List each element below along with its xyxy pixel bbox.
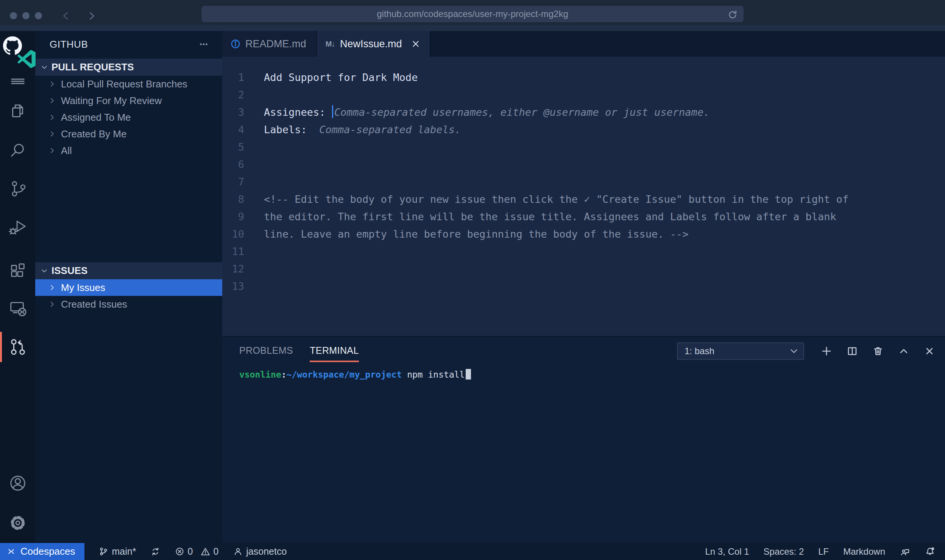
pull-request-icon (8, 338, 27, 356)
editor-line-1[interactable]: 1Add Support for Dark Mode (222, 69, 945, 86)
activity-settings[interactable] (0, 506, 35, 540)
activity-remote-explorer[interactable] (0, 291, 35, 325)
sidebar-item-created-by-me[interactable]: Created By Me (35, 126, 222, 142)
browser-titlebar: github.com/codespaces/user-my-project-mg… (0, 0, 945, 25)
notifications-bell-icon[interactable] (925, 546, 935, 557)
editor-line-9[interactable]: 9the editor. The first line will be the … (222, 208, 945, 226)
reload-icon[interactable] (727, 9, 738, 20)
cursor-position[interactable]: Ln 3, Col 1 (705, 546, 749, 557)
sync-status[interactable] (150, 547, 160, 557)
sidebar-item-label: Created By Me (61, 128, 126, 140)
sidebar-item-local-pull-request-branches[interactable]: Local Pull Request Branches (35, 76, 222, 92)
codespaces-remote-button[interactable]: Codespaces (0, 543, 84, 560)
signed-in-user[interactable]: jasonetco (233, 546, 287, 557)
account-icon (8, 474, 27, 493)
terminal-shell-select[interactable]: 1: bash (677, 342, 804, 360)
activity-github-pull-requests[interactable] (0, 330, 35, 364)
line-number: 13 (222, 278, 244, 295)
markdown-icon: M↓ (325, 39, 335, 49)
close-panel-button[interactable] (924, 345, 935, 357)
section-label: ISSUES (51, 265, 87, 277)
line-number: 2 (222, 86, 244, 104)
search-icon (8, 141, 27, 160)
sidebar-item-assigned-to-me[interactable]: Assigned To Me (35, 109, 222, 126)
panel-tab-terminal[interactable]: TERMINAL (310, 345, 359, 362)
line-number: 1 (222, 69, 244, 86)
tab-newissue-md[interactable]: M↓NewIssue.md (317, 31, 430, 57)
remote-window-icon (8, 299, 27, 318)
editor-line-13[interactable]: 13 (222, 278, 945, 295)
split-terminal-button[interactable] (847, 345, 858, 357)
text-span-plain: Add Support for Dark Mode (264, 72, 418, 83)
bottom-panel: PROBLEMSTERMINAL 1: bash vsonline:~/work… (222, 336, 945, 543)
section-header-issues[interactable]: ISSUES (35, 262, 222, 279)
activity-extensions[interactable] (0, 254, 35, 288)
editor-line-10[interactable]: 10line. Leave an empty line before begin… (222, 226, 945, 243)
address-bar[interactable]: github.com/codespaces/user-my-project-mg… (201, 5, 744, 23)
new-terminal-button[interactable] (821, 345, 832, 357)
activity-explorer[interactable] (0, 94, 35, 128)
tab-close-icon[interactable] (411, 39, 421, 49)
activity-run-debug[interactable] (0, 210, 35, 244)
editor-line-11[interactable]: 11 (222, 243, 945, 260)
sidebar-item-all[interactable]: All (35, 142, 222, 159)
window-close-button[interactable] (10, 12, 17, 19)
sidebar-item-label: Local Pull Request Branches (61, 78, 187, 90)
editor-line-6[interactable]: 6 (222, 156, 945, 173)
editor-line-2[interactable]: 2 (222, 86, 945, 104)
url-text: github.com/codespaces/user-my-project-mg… (377, 9, 568, 19)
text-span-plain: Assignees: (264, 106, 332, 118)
branch-status[interactable]: main* (99, 546, 136, 557)
codespaces-label: Codespaces (20, 546, 75, 557)
activity-menu[interactable] (0, 64, 35, 98)
text-span-comment: line. Leave an empty line before beginni… (264, 228, 689, 240)
sidebar-item-created-issues[interactable]: Created Issues (35, 296, 222, 313)
window-minimize-button[interactable] (22, 12, 30, 19)
sync-icon (150, 547, 160, 557)
sidebar-item-waiting-for-my-review[interactable]: Waiting For My Review (35, 92, 222, 109)
sidebar-sections: PULL REQUESTSLocal Pull Request Branches… (35, 59, 222, 313)
activity-accounts[interactable] (0, 466, 35, 500)
line-number: 6 (222, 156, 244, 173)
window-zoom-button[interactable] (35, 12, 42, 19)
line-content: Labels: Comma-separated labels. (264, 121, 461, 138)
gear-icon (8, 513, 27, 532)
sidebar-item-my-issues[interactable]: My Issues (35, 279, 222, 296)
browser-back-button[interactable] (60, 9, 73, 22)
activity-source-control[interactable] (0, 171, 35, 205)
editor-line-8[interactable]: 8<!-- Edit the body of your new issue th… (222, 191, 945, 208)
editor-line-5[interactable]: 5 (222, 138, 945, 156)
chevron-down-icon (40, 63, 48, 72)
files-icon (8, 101, 27, 120)
tab-readme-md[interactable]: README.md (222, 31, 317, 57)
more-actions-icon[interactable] (198, 39, 209, 50)
editor-line-4[interactable]: 4Labels: Comma-separated labels. (222, 121, 945, 138)
terminal-output[interactable]: vsonline:~/workspace/my_project npm inst… (239, 369, 945, 380)
maximize-panel-button[interactable] (898, 345, 909, 357)
kill-terminal-button[interactable] (872, 345, 884, 357)
eol-indicator[interactable]: LF (818, 546, 829, 557)
indentation[interactable]: Spaces: 2 (764, 546, 804, 557)
sidebar-item-label: Waiting For My Review (61, 95, 162, 107)
activity-search[interactable] (0, 134, 35, 168)
panel-tab-problems[interactable]: PROBLEMS (239, 345, 293, 362)
terminal-cursor (466, 369, 471, 380)
branch-name: main* (112, 546, 136, 557)
editor-line-3[interactable]: 3Assignees: Comma-separated usernames, e… (222, 104, 945, 121)
line-number: 11 (222, 243, 244, 260)
editor-tab-bar: README.mdM↓NewIssue.md (222, 31, 945, 57)
chevron-right-icon (48, 146, 56, 155)
problems-status[interactable]: 0 0 (175, 546, 218, 557)
editor-line-12[interactable]: 12 (222, 260, 945, 278)
git-branch-icon (99, 547, 109, 557)
feedback-icon[interactable] (900, 546, 910, 557)
section-header-pull-requests[interactable]: PULL REQUESTS (35, 59, 222, 76)
browser-forward-button[interactable] (85, 9, 98, 22)
text-span-hint: Comma-separated usernames, either @usern… (334, 106, 710, 118)
activity-github-home[interactable] (0, 34, 35, 68)
user-name: jasonetco (246, 546, 287, 557)
editor-line-7[interactable]: 7 (222, 173, 945, 191)
editor[interactable]: 1Add Support for Dark Mode23Assignees: C… (222, 57, 945, 336)
language-mode[interactable]: Markdown (843, 546, 885, 557)
error-icon (175, 547, 184, 557)
